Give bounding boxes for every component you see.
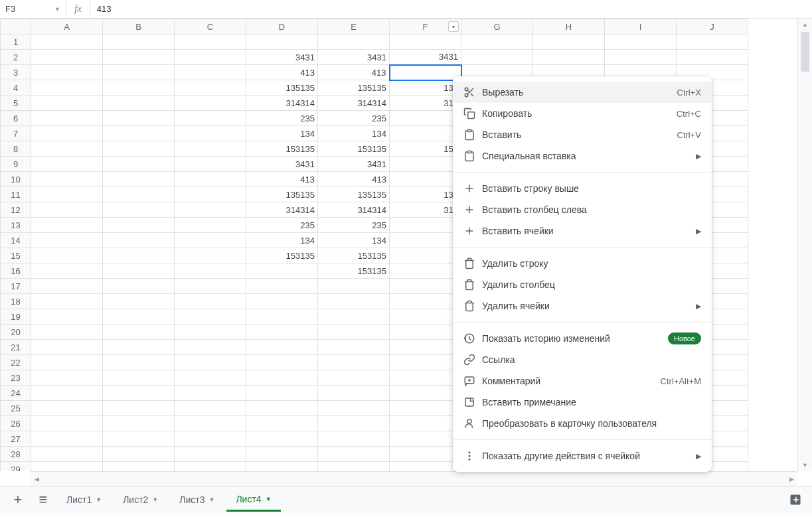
cell-J2[interactable] <box>677 50 748 65</box>
cell-C3[interactable] <box>175 65 246 80</box>
add-sheet-button[interactable]: + <box>7 488 29 511</box>
cell-B10[interactable] <box>103 172 175 187</box>
cell-A24[interactable] <box>31 386 103 401</box>
cell-A12[interactable] <box>31 202 103 218</box>
cell-H1[interactable] <box>533 35 605 50</box>
explore-button[interactable] <box>785 490 805 510</box>
row-header-26[interactable]: 26 <box>1 416 31 431</box>
cell-C28[interactable] <box>175 447 246 462</box>
cell-F27[interactable] <box>390 431 461 447</box>
cell-E10[interactable]: 413 <box>318 172 390 187</box>
scroll-right-icon[interactable]: ▶ <box>785 472 797 486</box>
row-header-28[interactable]: 28 <box>1 447 31 462</box>
cell-B27[interactable] <box>103 431 175 447</box>
cell-A21[interactable] <box>31 340 103 355</box>
cell-F17[interactable] <box>390 279 461 294</box>
cell-F5[interactable]: 314 <box>390 96 461 111</box>
cell-C29[interactable] <box>175 462 246 472</box>
row-header-7[interactable]: 7 <box>1 126 31 141</box>
cell-F29[interactable] <box>390 462 461 472</box>
menu-item[interactable]: Вставить ячейки▶ <box>453 220 712 242</box>
cell-A27[interactable] <box>31 431 103 447</box>
cell-A4[interactable] <box>31 80 103 96</box>
cell-C1[interactable] <box>175 35 246 50</box>
cell-A29[interactable] <box>31 462 103 472</box>
cell-A9[interactable] <box>31 157 103 172</box>
menu-item[interactable]: КомментарийCtrl+Alt+M <box>453 370 712 392</box>
cell-F3[interactable] <box>390 65 461 80</box>
cell-D28[interactable] <box>246 447 318 462</box>
menu-item[interactable]: Вставить строку выше <box>453 178 712 199</box>
horizontal-scrollbar[interactable]: ◀ ▶ <box>31 471 797 486</box>
cell-E24[interactable] <box>318 386 390 401</box>
row-header-1[interactable]: 1 <box>1 35 31 50</box>
cell-A19[interactable] <box>31 309 103 325</box>
row-header-25[interactable]: 25 <box>1 401 31 416</box>
cell-D17[interactable] <box>246 279 318 294</box>
cell-A17[interactable] <box>31 279 103 294</box>
cell-B15[interactable] <box>103 248 175 263</box>
sheet-tab[interactable]: Лист2▼ <box>114 488 167 512</box>
cell-E18[interactable] <box>318 294 390 309</box>
cell-F11[interactable]: 135 <box>390 187 461 202</box>
cell-F24[interactable] <box>390 386 461 401</box>
cell-F28[interactable] <box>390 447 461 462</box>
cell-C16[interactable] <box>175 263 246 279</box>
cell-F22[interactable] <box>390 355 461 370</box>
cell-D18[interactable] <box>246 294 318 309</box>
cell-A8[interactable] <box>31 141 103 157</box>
cell-B29[interactable] <box>103 462 175 472</box>
cell-A20[interactable] <box>31 325 103 340</box>
cell-A6[interactable] <box>31 111 103 126</box>
cell-D14[interactable]: 134 <box>246 233 318 248</box>
column-header-I[interactable]: I <box>605 19 677 35</box>
cell-E27[interactable] <box>318 431 390 447</box>
cell-A18[interactable] <box>31 294 103 309</box>
column-header-A[interactable]: A <box>31 19 103 35</box>
row-header-20[interactable]: 20 <box>1 325 31 340</box>
cell-A2[interactable] <box>31 50 103 65</box>
menu-item[interactable]: Специальная вставка▶ <box>453 145 712 167</box>
sheet-tab[interactable]: Лист4▼ <box>226 488 280 512</box>
cell-C4[interactable] <box>175 80 246 96</box>
cell-G2[interactable] <box>461 50 533 65</box>
cell-A25[interactable] <box>31 401 103 416</box>
cell-A15[interactable] <box>31 248 103 263</box>
column-header-D[interactable]: D <box>246 19 318 35</box>
cell-C9[interactable] <box>175 157 246 172</box>
column-header-G[interactable]: G <box>461 19 533 35</box>
cell-C14[interactable] <box>175 233 246 248</box>
row-header-22[interactable]: 22 <box>1 355 31 370</box>
cell-C6[interactable] <box>175 111 246 126</box>
cell-D20[interactable] <box>246 325 318 340</box>
cell-A10[interactable] <box>31 172 103 187</box>
cell-D1[interactable] <box>246 35 318 50</box>
select-all-corner[interactable] <box>1 19 31 35</box>
cell-C12[interactable] <box>175 202 246 218</box>
column-header-B[interactable]: B <box>103 19 175 35</box>
formula-input[interactable]: 413 <box>90 0 812 18</box>
row-header-8[interactable]: 8 <box>1 141 31 157</box>
cell-B5[interactable] <box>103 96 175 111</box>
cell-E20[interactable] <box>318 325 390 340</box>
cell-E28[interactable] <box>318 447 390 462</box>
row-header-18[interactable]: 18 <box>1 294 31 309</box>
menu-item[interactable]: Показать другие действия с ячейкой▶ <box>453 445 712 467</box>
cell-D6[interactable]: 235 <box>246 111 318 126</box>
cell-B28[interactable] <box>103 447 175 462</box>
cell-F19[interactable] <box>390 309 461 325</box>
cell-A22[interactable] <box>31 355 103 370</box>
cell-B11[interactable] <box>103 187 175 202</box>
cell-B23[interactable] <box>103 370 175 386</box>
cell-D29[interactable] <box>246 462 318 472</box>
cell-A3[interactable] <box>31 65 103 80</box>
cell-B22[interactable] <box>103 355 175 370</box>
menu-item[interactable]: Преобразовать в карточку пользователя <box>453 413 712 434</box>
cell-F2[interactable]: 3431 <box>390 50 461 65</box>
row-header-14[interactable]: 14 <box>1 233 31 248</box>
cell-B9[interactable] <box>103 157 175 172</box>
cell-E17[interactable] <box>318 279 390 294</box>
cell-F8[interactable]: 153 <box>390 141 461 157</box>
row-header-23[interactable]: 23 <box>1 370 31 386</box>
cell-B21[interactable] <box>103 340 175 355</box>
